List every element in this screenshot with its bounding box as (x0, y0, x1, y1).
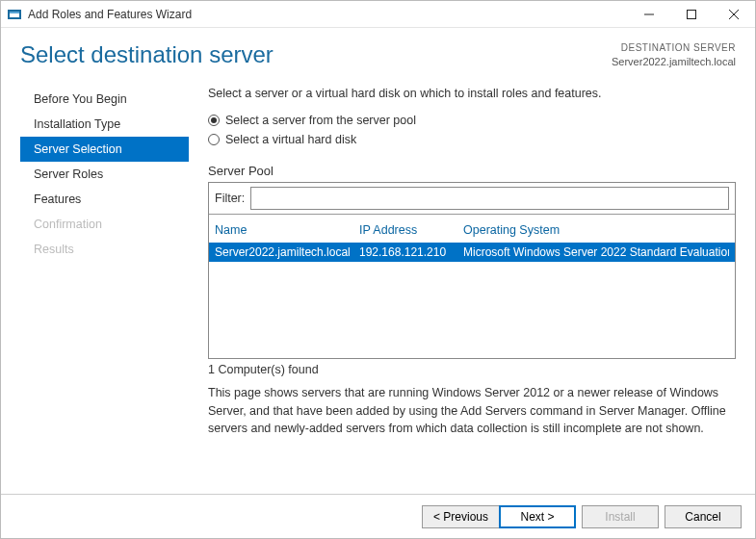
radio-icon (208, 115, 220, 126)
sidebar-step: Confirmation (20, 212, 189, 237)
destination-label: DESTINATION SERVER Server2022.jamiltech.… (612, 41, 736, 69)
main-panel: Select a server or a virtual hard disk o… (189, 87, 736, 494)
col-ip[interactable]: IP Address (359, 223, 463, 237)
window-title: Add Roles and Features Wizard (28, 8, 628, 21)
radio-icon (208, 134, 220, 145)
filter-row: Filter: (209, 183, 735, 215)
app-icon (7, 7, 22, 22)
radio-label: Select a server from the server pool (225, 114, 416, 127)
svg-rect-4 (688, 10, 696, 18)
body-row: Before You BeginInstallation TypeServer … (20, 87, 736, 494)
page-description: This page shows servers that are running… (208, 384, 736, 436)
table-row[interactable]: Server2022.jamiltech.local192.168.121.21… (209, 243, 735, 262)
svg-rect-2 (10, 12, 19, 13)
sidebar-step[interactable]: Installation Type (20, 112, 189, 137)
cancel-button[interactable]: Cancel (665, 505, 742, 528)
col-name[interactable]: Name (215, 223, 359, 237)
minimize-button[interactable] (628, 1, 670, 28)
radio-server-pool[interactable]: Select a server from the server pool (208, 114, 736, 127)
header-row: Select destination server DESTINATION SE… (20, 41, 736, 69)
cell-os: Microsoft Windows Server 2022 Standard E… (463, 245, 729, 259)
computers-found: 1 Computer(s) found (208, 363, 736, 376)
table-body: Server2022.jamiltech.local192.168.121.21… (209, 243, 735, 358)
server-table: Name IP Address Operating System Server2… (209, 215, 735, 358)
install-button: Install (582, 505, 659, 528)
radio-virtual-hard-disk[interactable]: Select a virtual hard disk (208, 133, 736, 146)
instruction-text: Select a server or a virtual hard disk o… (208, 87, 736, 100)
sidebar: Before You BeginInstallation TypeServer … (20, 87, 189, 494)
radio-label: Select a virtual hard disk (225, 133, 356, 146)
table-header: Name IP Address Operating System (209, 216, 735, 243)
maximize-button[interactable] (670, 1, 713, 28)
titlebar: Add Roles and Features Wizard (1, 1, 755, 28)
next-button[interactable]: Next > (499, 505, 576, 528)
sidebar-step: Results (20, 237, 189, 262)
cell-name: Server2022.jamiltech.local (215, 245, 359, 259)
sidebar-step[interactable]: Features (20, 187, 189, 212)
close-button[interactable] (713, 1, 755, 28)
destination-caption: DESTINATION SERVER (612, 41, 736, 55)
filter-input[interactable] (250, 187, 729, 210)
nav-button-pair: < Previous Next > (422, 505, 576, 528)
page-title: Select destination server (20, 41, 274, 68)
col-os[interactable]: Operating System (463, 223, 729, 237)
sidebar-step[interactable]: Server Roles (20, 162, 189, 187)
sidebar-step[interactable]: Before You Begin (20, 87, 189, 112)
cell-ip: 192.168.121.210 (359, 245, 463, 259)
filter-label: Filter: (215, 192, 245, 205)
window-controls (628, 1, 755, 28)
destination-name: Server2022.jamiltech.local (612, 55, 736, 69)
server-pool-label: Server Pool (208, 164, 736, 178)
server-pool-box: Filter: Name IP Address Operating System… (208, 182, 736, 359)
sidebar-step[interactable]: Server Selection (20, 137, 189, 162)
wizard-content: Select destination server DESTINATION SE… (1, 28, 755, 494)
previous-button[interactable]: < Previous (422, 505, 499, 528)
wizard-footer: < Previous Next > Install Cancel (1, 494, 755, 538)
